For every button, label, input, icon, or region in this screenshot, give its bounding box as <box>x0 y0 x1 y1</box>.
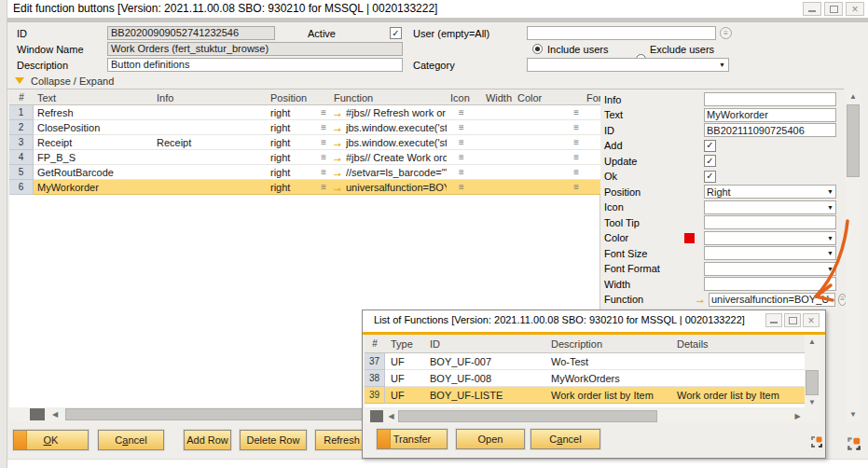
cell-info[interactable] <box>153 120 267 135</box>
cell-type[interactable]: UF <box>385 370 428 387</box>
cell-width[interactable] <box>476 165 515 180</box>
grid-row-4[interactable]: 4 FP_B_S right≡ →#jbs// Create Work ord … <box>9 150 600 165</box>
refresh-button[interactable]: Refresh <box>315 430 368 450</box>
cell-width[interactable] <box>476 120 515 135</box>
cell-color[interactable]: ≡ <box>515 135 585 150</box>
cell-info[interactable] <box>153 180 267 195</box>
popup-header-num[interactable]: # <box>365 335 385 352</box>
grid-row-1[interactable]: 1 Refresh right≡ →#jbs// Refresh work or… <box>9 105 600 120</box>
link-arrow-icon[interactable]: → <box>332 137 343 148</box>
cell-info[interactable] <box>153 150 267 165</box>
link-arrow-icon[interactable]: → <box>332 152 343 163</box>
grid-row-6-selected[interactable]: 6 MyWorkorder right≡ →universalfunction=… <box>9 180 600 195</box>
delete-row-button[interactable]: Delete Row <box>240 430 307 450</box>
scroll-up-icon[interactable]: ▲ <box>805 335 820 349</box>
color-dropdown[interactable]: ▼ <box>704 231 836 245</box>
main-v-scrollbar[interactable]: ▲ ▼ <box>846 89 861 421</box>
cell-type[interactable]: UF <box>385 353 428 370</box>
row-number[interactable]: 38 <box>365 370 385 387</box>
open-button[interactable]: Open <box>456 429 525 449</box>
row-number[interactable]: 2 <box>9 120 34 135</box>
resize-grip-icon[interactable] <box>847 436 861 451</box>
cell-width[interactable] <box>476 150 515 165</box>
cell-position[interactable]: right≡ <box>267 135 330 150</box>
ok-checkbox[interactable]: ✓ <box>704 171 716 183</box>
collapse-expand-icon[interactable] <box>15 77 24 84</box>
color-swatch[interactable] <box>684 233 695 243</box>
popup-v-scrollbar[interactable]: ▲ ▼ <box>805 335 820 409</box>
scroll-up-icon[interactable]: ▲ <box>846 89 861 103</box>
cell-function[interactable]: →jbs.window.execute('sta <box>330 135 447 150</box>
panel-text-input[interactable]: MyWorkorder <box>704 108 836 122</box>
icon-dropdown[interactable]: ▼ <box>704 200 836 214</box>
popup-row-38[interactable]: 38 UF BOY_UF-008 MyWorkOrders <box>365 370 805 387</box>
popup-header-id[interactable]: ID <box>428 335 549 352</box>
row-number[interactable]: 1 <box>9 105 34 120</box>
cell-position[interactable]: right≡ <box>267 120 330 135</box>
cell-id[interactable]: BOY_UF-LISTE <box>428 387 549 404</box>
grid-header-icon[interactable]: Icon <box>447 90 476 104</box>
grid-header-text[interactable]: Text <box>34 90 153 104</box>
scroll-down-icon[interactable]: ▼ <box>846 407 861 421</box>
cell-width[interactable] <box>476 135 515 150</box>
scroll-right-icon[interactable]: ▶ <box>792 409 804 423</box>
row-number[interactable]: 6 <box>9 180 34 195</box>
cell-font[interactable] <box>585 105 600 120</box>
v-scrollbar-thumb[interactable] <box>806 370 819 395</box>
popup-minimize-button[interactable] <box>765 313 782 327</box>
transfer-button[interactable]: Transfer <box>377 429 448 449</box>
cell-id[interactable]: BOY_UF-008 <box>428 370 549 387</box>
include-users-radio[interactable] <box>532 44 543 54</box>
add-row-button[interactable]: Add Row <box>184 430 231 450</box>
row-number[interactable]: 3 <box>9 135 34 150</box>
popup-header-type[interactable]: Type <box>385 335 428 352</box>
resize-grip-icon[interactable] <box>810 435 823 448</box>
v-scrollbar-thumb[interactable] <box>847 104 860 177</box>
cell-description[interactable]: Wo-Test <box>549 353 675 370</box>
update-checkbox[interactable]: ✓ <box>704 155 716 167</box>
row-number[interactable]: 37 <box>365 353 385 370</box>
link-arrow-icon[interactable]: → <box>332 107 343 118</box>
row-number[interactable]: 5 <box>9 165 34 180</box>
row-number[interactable]: 4 <box>9 150 34 165</box>
link-arrow-icon[interactable]: → <box>332 122 343 133</box>
h-scrollbar-thumb[interactable] <box>398 410 657 422</box>
cell-function[interactable]: →universalfunction=BOY <box>330 180 447 195</box>
grid-row-5[interactable]: 5 GetRoutBarcode right≡ →//setvar=ls_bar… <box>9 165 600 180</box>
cell-font[interactable] <box>585 120 600 135</box>
grid-header-info[interactable]: Info <box>153 90 267 104</box>
popup-cancel-button[interactable]: Cancel <box>530 429 600 449</box>
grid-header-font[interactable]: Fon <box>585 90 600 104</box>
cell-color[interactable]: ≡ <box>515 180 585 195</box>
cell-icon[interactable]: ≡ <box>447 135 476 150</box>
grid-header-position[interactable]: Position <box>267 90 330 104</box>
popup-header-description[interactable]: Description <box>549 335 675 352</box>
popup-header-details[interactable]: Details <box>675 335 805 352</box>
cell-description[interactable]: MyWorkOrders <box>549 370 675 387</box>
h-scrollbar-thumb[interactable] <box>65 408 364 420</box>
panel-info-input[interactable] <box>704 92 836 106</box>
cell-text[interactable]: Receipt <box>34 135 153 150</box>
close-button[interactable]: × <box>846 2 864 16</box>
cell-font[interactable] <box>585 135 600 150</box>
cell-function[interactable]: →//setvar=ls_barcode="" <box>330 165 447 180</box>
cancel-button[interactable]: Cancel <box>98 430 164 450</box>
cell-description[interactable]: Work order list by Item <box>549 387 675 404</box>
grid-row-3[interactable]: 3 Receipt Receipt right≡ →jbs.window.exe… <box>9 135 600 150</box>
collapse-expand-link[interactable]: Collapse / Expand <box>31 76 114 87</box>
font-size-dropdown[interactable]: ▼ <box>704 246 836 260</box>
popup-h-scrollbar[interactable]: ◀ ▶ <box>365 409 820 423</box>
popup-maximize-button[interactable] <box>784 313 801 327</box>
description-input[interactable]: Button definitions <box>107 58 403 72</box>
grid-header-width[interactable]: Width <box>476 90 515 104</box>
cell-details[interactable] <box>675 370 805 387</box>
add-checkbox[interactable]: ✓ <box>704 140 716 152</box>
cell-type[interactable]: UF <box>385 387 428 404</box>
category-dropdown[interactable]: ▼ <box>527 58 729 72</box>
cell-info[interactable]: Receipt <box>153 135 267 150</box>
function-input[interactable]: universalfunction=BOY_U <box>709 293 835 307</box>
cell-info[interactable] <box>153 165 267 180</box>
tooltip-input[interactable] <box>704 215 836 229</box>
cell-details[interactable] <box>675 353 805 370</box>
cell-width[interactable] <box>476 105 515 120</box>
